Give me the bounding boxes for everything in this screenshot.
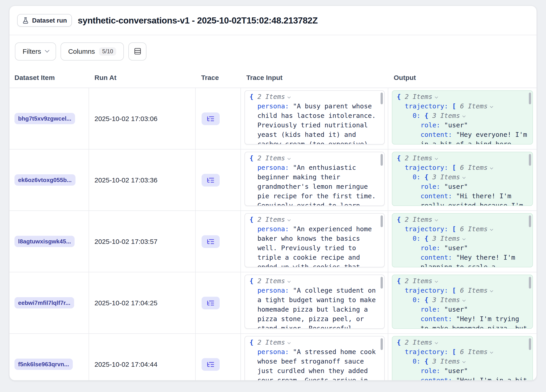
run-at-value: 2025-10-02 17:03:57 bbox=[94, 238, 157, 245]
json-items-count[interactable]: 6 Items bbox=[460, 348, 488, 355]
trace-button[interactable] bbox=[202, 297, 220, 309]
json-items-count[interactable]: 2 Items bbox=[257, 339, 285, 346]
json-key: persona: bbox=[257, 164, 289, 171]
json-items-count[interactable]: 3 Items bbox=[432, 112, 460, 119]
chevron-down-icon[interactable] bbox=[462, 176, 465, 179]
chevron-down-icon[interactable] bbox=[490, 350, 493, 354]
trace-button[interactable] bbox=[202, 235, 220, 248]
trace-input-json-viewer[interactable]: { 2 Items persona: "An enthusiastic begi… bbox=[245, 152, 385, 206]
chevron-down-icon[interactable] bbox=[490, 228, 493, 231]
json-brace: { bbox=[249, 93, 253, 100]
scrollbar-thumb[interactable] bbox=[381, 154, 383, 166]
json-key: trajectory: bbox=[405, 287, 448, 294]
dataset-item-link[interactable]: f5nk6lse963qrvn... bbox=[14, 359, 72, 370]
chevron-down-icon[interactable] bbox=[490, 289, 493, 292]
column-header-trace: Trace bbox=[196, 67, 241, 88]
chevron-down-icon[interactable] bbox=[462, 360, 465, 363]
scrollbar-thumb[interactable] bbox=[529, 338, 531, 350]
json-items-count[interactable]: 2 Items bbox=[405, 216, 432, 223]
json-key: persona: bbox=[257, 287, 289, 294]
chevron-down-icon[interactable] bbox=[287, 279, 290, 283]
scrollbar-thumb[interactable] bbox=[529, 93, 531, 104]
page: Dataset run synthetic-conversations-v1 -… bbox=[0, 0, 546, 392]
json-items-count[interactable]: 3 Items bbox=[432, 296, 460, 303]
json-items-count[interactable]: 3 Items bbox=[432, 358, 460, 365]
json-items-count[interactable]: 3 Items bbox=[432, 173, 460, 181]
json-bracket: [ bbox=[452, 348, 456, 355]
chevron-down-icon[interactable] bbox=[435, 279, 438, 283]
output-json-viewer[interactable]: { 2 Items trajectory: [ 6 Items 0: { 3 I… bbox=[392, 90, 533, 145]
scrollbar-thumb[interactable] bbox=[381, 338, 383, 350]
trace-input-json-viewer[interactable]: { 2 Items persona: "An experienced home … bbox=[245, 213, 385, 267]
trace-input-json-viewer[interactable]: { 2 Items persona: "A busy parent whose … bbox=[245, 90, 385, 145]
json-brace: { bbox=[424, 358, 428, 365]
chevron-down-icon[interactable] bbox=[287, 157, 290, 160]
json-key: 0: bbox=[413, 296, 421, 303]
scrollbar-thumb[interactable] bbox=[381, 93, 383, 104]
json-brace: { bbox=[424, 296, 428, 303]
json-items-count[interactable]: 2 Items bbox=[257, 277, 285, 285]
chevron-down-icon[interactable] bbox=[435, 341, 438, 344]
chevron-down-icon[interactable] bbox=[435, 218, 438, 221]
json-value: "user" bbox=[444, 244, 468, 252]
scrollbar-thumb[interactable] bbox=[529, 154, 531, 166]
chevron-down-icon[interactable] bbox=[287, 341, 290, 344]
columns-button[interactable]: Columns 5/10 bbox=[61, 42, 124, 60]
json-items-count[interactable]: 2 Items bbox=[405, 277, 432, 285]
dataset-item-link[interactable]: eebwi7mfil7lqlf7r... bbox=[14, 297, 74, 309]
json-items-count[interactable]: 6 Items bbox=[460, 164, 488, 171]
chevron-down-icon[interactable] bbox=[490, 166, 493, 169]
trace-input-json-viewer[interactable]: { 2 Items persona: "A college student on… bbox=[245, 275, 385, 329]
json-items-count[interactable]: 2 Items bbox=[257, 216, 285, 223]
json-items-count[interactable]: 3 Items bbox=[432, 235, 460, 242]
table-row: ek6oz6vtoxg055b... 2025-10-02 17:03:36 {… bbox=[9, 150, 537, 211]
chevron-down-icon[interactable] bbox=[462, 298, 465, 302]
json-items-count[interactable]: 2 Items bbox=[257, 154, 285, 162]
json-items-count[interactable]: 6 Items bbox=[460, 225, 488, 233]
json-items-count[interactable]: 6 Items bbox=[460, 102, 488, 110]
chevron-down-icon[interactable] bbox=[287, 218, 290, 221]
dataset-item-link[interactable]: bhg7t5xv9zgwcel... bbox=[14, 113, 75, 124]
dataset-item-link[interactable]: l8agtuwxisgwk45... bbox=[14, 236, 75, 247]
scrollbar-thumb[interactable] bbox=[381, 215, 383, 227]
table-row: f5nk6lse963qrvn... 2025-10-02 17:04:44 {… bbox=[9, 334, 537, 381]
scrollbar-thumb[interactable] bbox=[529, 277, 531, 289]
trace-button[interactable] bbox=[202, 112, 220, 125]
trace-tree-icon bbox=[207, 360, 215, 368]
output-json-viewer[interactable]: { 2 Items trajectory: [ 6 Items 0: { 3 I… bbox=[392, 275, 533, 329]
dataset-item-link[interactable]: ek6oz6vtoxg055b... bbox=[14, 174, 75, 186]
chevron-down-icon[interactable] bbox=[462, 114, 465, 117]
json-items-count[interactable]: 2 Items bbox=[405, 154, 432, 162]
chevron-down-icon[interactable] bbox=[490, 105, 493, 108]
dataset-run-badge-label: Dataset run bbox=[32, 17, 67, 24]
json-items-count[interactable]: 6 Items bbox=[460, 287, 488, 294]
filters-button[interactable]: Filters bbox=[15, 42, 56, 60]
chevron-down-icon[interactable] bbox=[435, 95, 438, 98]
json-brace: { bbox=[397, 277, 401, 285]
json-bracket: [ bbox=[452, 164, 456, 171]
table-row: eebwi7mfil7lqlf7r... 2025-10-02 17:04:25… bbox=[9, 272, 537, 334]
page-header: Dataset run synthetic-conversations-v1 -… bbox=[9, 6, 537, 35]
chevron-down-icon[interactable] bbox=[287, 95, 290, 98]
json-items-count[interactable]: 2 Items bbox=[257, 93, 285, 100]
chevron-down-icon[interactable] bbox=[435, 157, 438, 160]
json-brace: { bbox=[249, 154, 253, 162]
trace-button[interactable] bbox=[202, 358, 220, 371]
scrollbar-thumb[interactable] bbox=[381, 277, 383, 289]
output-json-viewer[interactable]: { 2 Items trajectory: [ 6 Items 0: { 3 I… bbox=[392, 152, 533, 206]
flask-icon bbox=[22, 17, 29, 24]
chevron-down-icon[interactable] bbox=[462, 237, 465, 240]
json-items-count[interactable]: 2 Items bbox=[405, 339, 432, 346]
output-json-viewer[interactable]: { 2 Items trajectory: [ 6 Items 0: { 3 I… bbox=[392, 336, 533, 381]
json-items-count[interactable]: 2 Items bbox=[405, 93, 432, 100]
table-row: bhg7t5xv9zgwcel... 2025-10-02 17:03:06 {… bbox=[9, 88, 537, 150]
trace-input-json-viewer[interactable]: { 2 Items persona: "A stressed home cook… bbox=[245, 336, 385, 381]
scrollbar-thumb[interactable] bbox=[529, 215, 531, 227]
json-value: "user" bbox=[444, 183, 468, 190]
chevron-down-icon bbox=[45, 48, 49, 53]
output-json-viewer[interactable]: { 2 Items trajectory: [ 6 Items 0: { 3 I… bbox=[392, 213, 533, 267]
json-key: 0: bbox=[413, 358, 421, 365]
row-height-button[interactable] bbox=[129, 42, 147, 60]
trace-button[interactable] bbox=[202, 174, 220, 186]
json-brace: { bbox=[397, 154, 401, 162]
